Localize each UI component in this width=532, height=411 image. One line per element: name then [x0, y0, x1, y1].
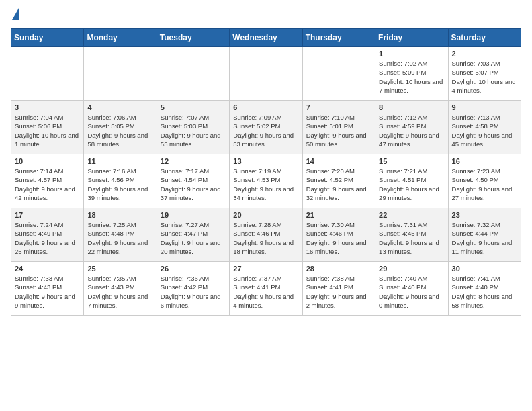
- day-info: Sunrise: 7:03 AM Sunset: 5:07 PM Dayligh…: [452, 59, 517, 95]
- day-number: 23: [452, 211, 517, 219]
- weekday-header-saturday: Saturday: [448, 29, 521, 47]
- calendar-day-cell: 20Sunrise: 7:28 AM Sunset: 4:46 PM Dayli…: [230, 208, 302, 262]
- calendar-day-cell: 23Sunrise: 7:32 AM Sunset: 4:44 PM Dayli…: [448, 208, 521, 262]
- day-info: Sunrise: 7:19 AM Sunset: 4:53 PM Dayligh…: [233, 167, 298, 202]
- calendar-day-cell: 13Sunrise: 7:19 AM Sunset: 4:53 PM Dayli…: [230, 154, 302, 208]
- day-info: Sunrise: 7:35 AM Sunset: 4:43 PM Dayligh…: [87, 274, 152, 310]
- day-number: 22: [379, 211, 444, 219]
- day-info: Sunrise: 7:24 AM Sunset: 4:49 PM Dayligh…: [15, 220, 80, 256]
- calendar-day-cell: 19Sunrise: 7:27 AM Sunset: 4:47 PM Dayli…: [157, 208, 229, 262]
- day-number: 2: [452, 50, 517, 58]
- day-info: Sunrise: 7:04 AM Sunset: 5:06 PM Dayligh…: [15, 113, 80, 148]
- calendar-day-cell: 5Sunrise: 7:07 AM Sunset: 5:03 PM Daylig…: [157, 101, 229, 154]
- day-number: 19: [161, 211, 226, 219]
- day-info: Sunrise: 7:37 AM Sunset: 4:41 PM Dayligh…: [233, 274, 298, 310]
- day-info: Sunrise: 7:14 AM Sunset: 4:57 PM Dayligh…: [15, 167, 80, 202]
- calendar-day-cell: 29Sunrise: 7:40 AM Sunset: 4:40 PM Dayli…: [375, 262, 448, 316]
- day-info: Sunrise: 7:21 AM Sunset: 4:51 PM Dayligh…: [379, 167, 444, 202]
- calendar-day-cell: 2Sunrise: 7:03 AM Sunset: 5:07 PM Daylig…: [448, 47, 521, 101]
- day-info: Sunrise: 7:27 AM Sunset: 4:47 PM Dayligh…: [161, 220, 226, 256]
- day-number: 26: [161, 265, 226, 273]
- calendar-day-cell: 24Sunrise: 7:33 AM Sunset: 4:43 PM Dayli…: [11, 262, 84, 316]
- day-number: 28: [306, 265, 371, 273]
- day-info: Sunrise: 7:38 AM Sunset: 4:41 PM Dayligh…: [306, 274, 371, 310]
- weekday-header-thursday: Thursday: [302, 29, 375, 47]
- calendar-day-cell: 28Sunrise: 7:38 AM Sunset: 4:41 PM Dayli…: [302, 262, 375, 316]
- weekday-header-monday: Monday: [84, 29, 157, 47]
- weekday-header-tuesday: Tuesday: [157, 29, 229, 47]
- day-info: Sunrise: 7:20 AM Sunset: 4:52 PM Dayligh…: [306, 167, 371, 202]
- day-number: 29: [379, 265, 444, 273]
- calendar-day-cell: 6Sunrise: 7:09 AM Sunset: 5:02 PM Daylig…: [230, 101, 302, 154]
- day-number: 7: [306, 103, 371, 111]
- day-number: 1: [379, 50, 444, 58]
- day-number: 5: [161, 103, 226, 111]
- day-info: Sunrise: 7:33 AM Sunset: 4:43 PM Dayligh…: [15, 274, 80, 310]
- calendar-day-cell: 30Sunrise: 7:41 AM Sunset: 4:40 PM Dayli…: [448, 262, 521, 316]
- day-info: Sunrise: 7:13 AM Sunset: 4:58 PM Dayligh…: [452, 113, 517, 148]
- day-number: 6: [233, 103, 298, 111]
- calendar-day-cell: [84, 47, 157, 101]
- day-info: Sunrise: 7:02 AM Sunset: 5:09 PM Dayligh…: [379, 59, 444, 95]
- day-number: 13: [233, 157, 298, 165]
- calendar-header-row: SundayMondayTuesdayWednesdayThursdayFrid…: [11, 29, 521, 47]
- day-info: Sunrise: 7:30 AM Sunset: 4:46 PM Dayligh…: [306, 220, 371, 256]
- day-info: Sunrise: 7:07 AM Sunset: 5:03 PM Dayligh…: [161, 113, 226, 148]
- calendar-day-cell: 18Sunrise: 7:25 AM Sunset: 4:48 PM Dayli…: [84, 208, 157, 262]
- calendar-week-row: 17Sunrise: 7:24 AM Sunset: 4:49 PM Dayli…: [11, 208, 521, 262]
- day-number: 16: [452, 157, 517, 165]
- calendar-day-cell: 3Sunrise: 7:04 AM Sunset: 5:06 PM Daylig…: [11, 101, 84, 154]
- calendar-day-cell: 1Sunrise: 7:02 AM Sunset: 5:09 PM Daylig…: [375, 47, 448, 101]
- calendar-day-cell: 4Sunrise: 7:06 AM Sunset: 5:05 PM Daylig…: [84, 101, 157, 154]
- weekday-header-friday: Friday: [375, 29, 448, 47]
- day-number: 3: [15, 103, 80, 111]
- day-number: 10: [15, 157, 80, 165]
- calendar-table: SundayMondayTuesdayWednesdayThursdayFrid…: [11, 28, 521, 316]
- day-number: 24: [15, 265, 80, 273]
- logo-triangle-icon: [12, 8, 19, 20]
- day-number: 17: [15, 211, 80, 219]
- weekday-header-wednesday: Wednesday: [230, 29, 302, 47]
- calendar-day-cell: 11Sunrise: 7:16 AM Sunset: 4:56 PM Dayli…: [84, 154, 157, 208]
- day-number: 18: [87, 211, 152, 219]
- calendar-day-cell: 12Sunrise: 7:17 AM Sunset: 4:54 PM Dayli…: [157, 154, 229, 208]
- calendar-week-row: 3Sunrise: 7:04 AM Sunset: 5:06 PM Daylig…: [11, 101, 521, 154]
- calendar-week-row: 24Sunrise: 7:33 AM Sunset: 4:43 PM Dayli…: [11, 262, 521, 316]
- calendar-day-cell: 22Sunrise: 7:31 AM Sunset: 4:45 PM Dayli…: [375, 208, 448, 262]
- day-info: Sunrise: 7:16 AM Sunset: 4:56 PM Dayligh…: [87, 167, 152, 202]
- day-info: Sunrise: 7:28 AM Sunset: 4:46 PM Dayligh…: [233, 220, 298, 256]
- day-info: Sunrise: 7:32 AM Sunset: 4:44 PM Dayligh…: [452, 220, 517, 256]
- calendar-day-cell: 10Sunrise: 7:14 AM Sunset: 4:57 PM Dayli…: [11, 154, 84, 208]
- day-number: 30: [452, 265, 517, 273]
- day-number: 14: [306, 157, 371, 165]
- day-number: 4: [87, 103, 152, 111]
- day-info: Sunrise: 7:06 AM Sunset: 5:05 PM Dayligh…: [87, 113, 152, 148]
- calendar-week-row: 1Sunrise: 7:02 AM Sunset: 5:09 PM Daylig…: [11, 47, 521, 101]
- calendar-day-cell: [302, 47, 375, 101]
- day-number: 25: [87, 265, 152, 273]
- weekday-header-sunday: Sunday: [11, 29, 84, 47]
- calendar-day-cell: 7Sunrise: 7:10 AM Sunset: 5:01 PM Daylig…: [302, 101, 375, 154]
- day-number: 21: [306, 211, 371, 219]
- day-number: 12: [161, 157, 226, 165]
- day-number: 27: [233, 265, 298, 273]
- calendar-day-cell: [157, 47, 229, 101]
- calendar-day-cell: 25Sunrise: 7:35 AM Sunset: 4:43 PM Dayli…: [84, 262, 157, 316]
- page-header: [11, 11, 521, 20]
- calendar-day-cell: 17Sunrise: 7:24 AM Sunset: 4:49 PM Dayli…: [11, 208, 84, 262]
- calendar-day-cell: 21Sunrise: 7:30 AM Sunset: 4:46 PM Dayli…: [302, 208, 375, 262]
- calendar-day-cell: [11, 47, 84, 101]
- calendar-day-cell: [230, 47, 302, 101]
- day-info: Sunrise: 7:25 AM Sunset: 4:48 PM Dayligh…: [87, 220, 152, 256]
- logo: [11, 11, 19, 20]
- day-info: Sunrise: 7:10 AM Sunset: 5:01 PM Dayligh…: [306, 113, 371, 148]
- day-info: Sunrise: 7:41 AM Sunset: 4:40 PM Dayligh…: [452, 274, 517, 310]
- calendar-day-cell: 14Sunrise: 7:20 AM Sunset: 4:52 PM Dayli…: [302, 154, 375, 208]
- day-number: 11: [87, 157, 152, 165]
- day-info: Sunrise: 7:40 AM Sunset: 4:40 PM Dayligh…: [379, 274, 444, 310]
- calendar-day-cell: 16Sunrise: 7:23 AM Sunset: 4:50 PM Dayli…: [448, 154, 521, 208]
- calendar-day-cell: 15Sunrise: 7:21 AM Sunset: 4:51 PM Dayli…: [375, 154, 448, 208]
- calendar-day-cell: 8Sunrise: 7:12 AM Sunset: 4:59 PM Daylig…: [375, 101, 448, 154]
- day-number: 8: [379, 103, 444, 111]
- day-number: 15: [379, 157, 444, 165]
